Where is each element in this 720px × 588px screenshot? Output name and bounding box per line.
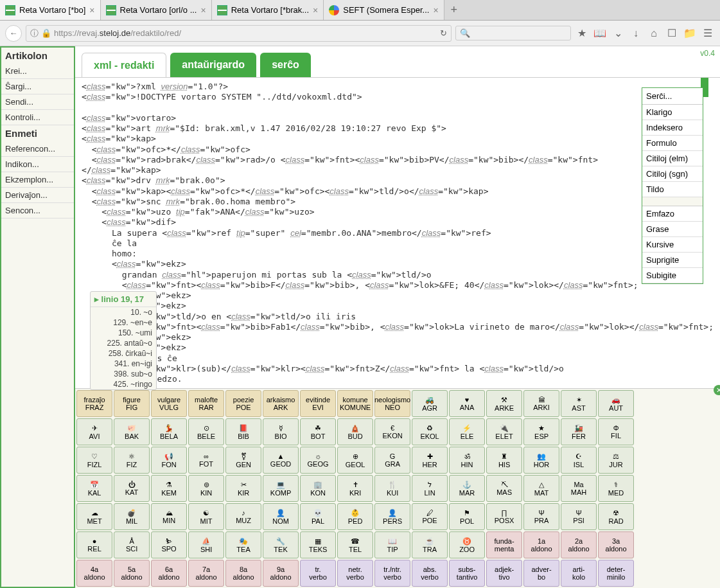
grid-cell-verbo[interactable]: tr./ntr.verbo <box>374 560 410 587</box>
editor-tab-2[interactable]: serĉo <box>260 53 311 78</box>
grid-cell-aldono[interactable]: 3aaldono <box>598 531 634 558</box>
grid-cell-ELET[interactable]: 🔌ELET <box>486 418 522 445</box>
back-button[interactable]: ← <box>5 25 22 42</box>
browser-tab-0[interactable]: Reta Vortaro [*bo]× <box>0 0 101 20</box>
grid-cell-bo[interactable]: adver-bo <box>523 560 559 587</box>
browser-tab-2[interactable]: Reta Vortaro [*brak...× <box>212 0 324 20</box>
rp-item-2[interactable]: Kursive <box>642 237 703 253</box>
url-field[interactable]: ⓘ🔒 https://revaj.steloj.de/redaktilo/red… <box>26 25 452 42</box>
close-grid-button[interactable]: ✕ <box>714 385 720 395</box>
grid-cell-BIB[interactable]: 📕BIB <box>225 418 261 445</box>
grid-cell-PED[interactable]: 👶PED <box>337 503 373 530</box>
rp-item-0[interactable]: Emfazo <box>642 206 703 222</box>
grid-cell-ARKI[interactable]: 🏛ARKI <box>523 390 559 417</box>
grid-cell-BELE[interactable]: ⊙BELE <box>188 418 224 445</box>
right-panel-search[interactable]: Serĉi... <box>642 88 703 105</box>
toolbar-icon-1[interactable]: 📖 <box>593 26 607 40</box>
grid-cell-MIT[interactable]: ☯MIT <box>188 503 224 530</box>
line-info-row-2[interactable]: 150. ~umi <box>91 328 156 338</box>
close-icon[interactable]: × <box>433 5 438 15</box>
grid-cell-EVI[interactable]: evitindeEVI <box>300 390 336 417</box>
grid-cell-FIZ[interactable]: ⚛FIZ <box>114 447 150 474</box>
toolbar-icon-5[interactable]: ☐ <box>665 26 679 40</box>
grid-cell-verbo[interactable]: tr.verbo <box>300 560 336 587</box>
sidebar-item-3[interactable]: Derivaĵon... <box>1 188 74 203</box>
grid-cell-TEK[interactable]: 🔧TEK <box>263 531 299 558</box>
grid-cell-PAL[interactable]: 💀PAL <box>300 503 336 530</box>
grid-cell-MIL[interactable]: 💣MIL <box>114 503 150 530</box>
grid-cell-aldono[interactable]: 7aaldono <box>188 560 224 587</box>
grid-cell-NEO[interactable]: neologismoNEO <box>374 390 410 417</box>
grid-cell-PRA[interactable]: ΨPRA <box>523 503 559 530</box>
line-info-row-7[interactable]: 425. ~ringo <box>91 379 156 389</box>
grid-cell-tantivo[interactable]: subs-tantivo <box>449 560 485 587</box>
grid-cell-MAR[interactable]: ⚓MAR <box>449 475 485 502</box>
grid-cell-ESP[interactable]: ★ESP <box>523 418 559 445</box>
grid-cell-BAK[interactable]: 🐖BAK <box>114 418 150 445</box>
rp-item-4[interactable]: Subigite <box>642 268 703 283</box>
line-info-row-4[interactable]: 258. ĉirkaŭ~i <box>91 348 156 359</box>
grid-cell-FRAZ[interactable]: frazaĵoFRAZ <box>76 390 112 417</box>
grid-cell-JUR[interactable]: ⚖JUR <box>598 447 634 474</box>
sidebar-item-0[interactable]: Krei... <box>1 64 74 79</box>
sidebar-item-3[interactable]: Kontroli... <box>1 110 74 125</box>
grid-cell-MIN[interactable]: ⛰MIN <box>151 503 187 530</box>
grid-cell-POSX[interactable]: ∏POSX <box>486 503 522 530</box>
rp-item-0[interactable]: Klarigo <box>642 105 703 120</box>
grid-cell-GEOG[interactable]: ☼GEOG <box>300 447 336 474</box>
close-icon[interactable]: × <box>313 5 318 15</box>
grid-cell-AUT[interactable]: 🚗AUT <box>598 390 634 417</box>
grid-cell-SPO[interactable]: ⛷SPO <box>151 531 187 558</box>
grid-cell-ARK[interactable]: arkaismoARK <box>263 390 299 417</box>
sidebar-item-1[interactable]: Ŝargi... <box>1 79 74 94</box>
grid-cell-TEA[interactable]: 🎭TEA <box>225 531 261 558</box>
grid-cell-POE[interactable]: 🖊POE <box>412 503 448 530</box>
grid-cell-tivo[interactable]: adjek-tivo <box>486 560 522 587</box>
grid-cell-HIN[interactable]: ॐHIN <box>449 447 485 474</box>
grid-cell-BELA[interactable]: 💃BELA <box>151 418 187 445</box>
grid-cell-aldono[interactable]: 9aaldono <box>263 560 299 587</box>
rp-item-3[interactable]: Suprigite <box>642 253 703 268</box>
grid-cell-KON[interactable]: 🏢KON <box>300 475 336 502</box>
grid-cell-HIS[interactable]: ♜HIS <box>486 447 522 474</box>
grid-cell-SCI[interactable]: ÅSCI <box>114 531 150 558</box>
grid-cell-SHI[interactable]: ⛵SHI <box>188 531 224 558</box>
toolbar-icon-7[interactable]: ☰ <box>701 26 715 40</box>
grid-cell-REL[interactable]: ●REL <box>76 531 112 558</box>
grid-cell-HER[interactable]: ✚HER <box>412 447 448 474</box>
editor-tab-1[interactable]: antaŭrigardo <box>170 53 256 78</box>
line-info-row-5[interactable]: 341. en~igi <box>91 359 156 369</box>
grid-cell-aldono[interactable]: 1aaldono <box>523 531 559 558</box>
grid-cell-KOMUNE[interactable]: komuneKOMUNE <box>337 390 373 417</box>
rp-item-5[interactable]: Tildo <box>642 182 703 197</box>
grid-cell-PERS[interactable]: 👤PERS <box>374 503 410 530</box>
grid-cell-verbo[interactable]: abs.verbo <box>412 560 448 587</box>
line-info-row-6[interactable]: 398. sub~o <box>91 369 156 379</box>
grid-cell-MET[interactable]: ☁MET <box>76 503 112 530</box>
grid-cell-ANA[interactable]: ♥ANA <box>449 390 485 417</box>
grid-cell-aldono[interactable]: 2aaldono <box>561 531 597 558</box>
grid-cell-RAD[interactable]: ☢RAD <box>598 503 634 530</box>
grid-cell-AST[interactable]: ✶AST <box>561 390 597 417</box>
sidebar-item-4[interactable]: Sencon... <box>1 203 74 218</box>
grid-cell-KAL[interactable]: 📅KAL <box>76 475 112 502</box>
sidebar-item-0[interactable]: Referencon... <box>1 141 74 157</box>
grid-cell-ISL[interactable]: ☪ISL <box>561 447 597 474</box>
grid-cell-LIN[interactable]: לLIN <box>412 475 448 502</box>
grid-cell-RAR[interactable]: malofteRAR <box>188 390 224 417</box>
grid-cell-FOT[interactable]: ∞FOT <box>188 447 224 474</box>
grid-cell-BOT[interactable]: ☘BOT <box>300 418 336 445</box>
grid-cell-POL[interactable]: ⚑POL <box>449 503 485 530</box>
grid-cell-AVI[interactable]: ✈AVI <box>76 418 112 445</box>
grid-cell-BIO[interactable]: ☿BIO <box>263 418 299 445</box>
grid-cell-KAT[interactable]: ⏻KAT <box>114 475 150 502</box>
xml-editor[interactable]: <class="kw">?xml version="1.0"?> <class=… <box>75 77 720 388</box>
grid-cell-GEOL[interactable]: ⊕GEOL <box>337 447 373 474</box>
grid-cell-KIN[interactable]: ⊚KIN <box>188 475 224 502</box>
grid-cell-HOR[interactable]: 👥HOR <box>523 447 559 474</box>
grid-cell-ELE[interactable]: ⚡ELE <box>449 418 485 445</box>
grid-cell-KIR[interactable]: ✂KIR <box>225 475 261 502</box>
grid-cell-aldono[interactable]: 8aaldono <box>225 560 261 587</box>
grid-cell-VULG[interactable]: vulgareVULG <box>151 390 187 417</box>
rp-item-1[interactable]: Grase <box>642 222 703 237</box>
